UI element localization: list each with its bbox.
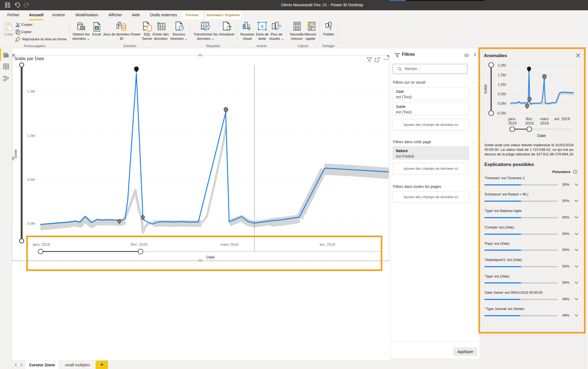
svg-text:Solde: Solde — [14, 149, 18, 158]
svg-text:0,0M: 0,0M — [27, 221, 35, 226]
svg-text:Solde par Date: Solde par Date — [14, 56, 44, 61]
svg-text:A: A — [261, 24, 264, 29]
svg-text:0,5M: 0,5M — [27, 178, 35, 182]
svg-text:1,0M: 1,0M — [27, 134, 35, 138]
svg-text:1,5M: 1,5M — [27, 89, 35, 93]
svg-text:X: X — [96, 26, 98, 30]
